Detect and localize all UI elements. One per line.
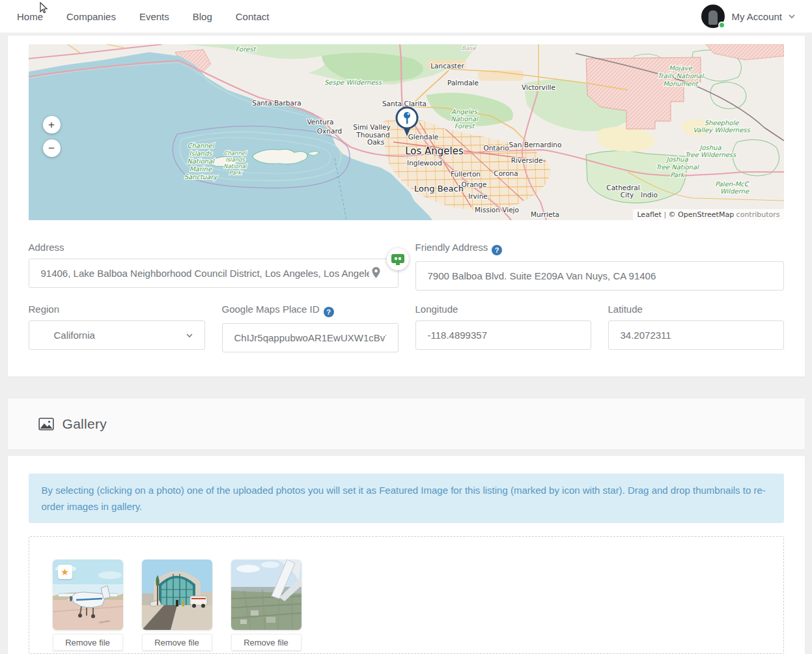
- gallery-thumbnail-airplane[interactable]: ★ Remove file: [53, 560, 123, 631]
- featured-star-badge: ★: [58, 565, 72, 579]
- longitude-label: Longitude: [415, 304, 591, 315]
- svg-text:Joshua: Joshua: [665, 156, 688, 163]
- svg-text:Glendale: Glendale: [408, 133, 438, 141]
- svg-text:Palen-McC: Palen-McC: [715, 180, 750, 188]
- svg-text:Islands: Islands: [189, 150, 212, 157]
- latitude-field-group: Latitude: [608, 304, 784, 352]
- svg-text:National: National: [223, 163, 247, 169]
- gallery-thumbnail-aerial[interactable]: Remove file: [231, 560, 301, 631]
- gallery-card: By selecting (clicking on a photo) one o…: [8, 456, 805, 654]
- gallery-title: Gallery: [63, 416, 107, 432]
- svg-text:Monument: Monument: [663, 80, 699, 87]
- gallery-dropzone[interactable]: ★ Remove file: [29, 536, 784, 654]
- svg-text:Murrieta: Murrieta: [530, 210, 559, 218]
- longitude-input[interactable]: [415, 320, 591, 350]
- nav-blog[interactable]: Blog: [193, 11, 212, 22]
- gallery-section-header: Gallery: [8, 399, 805, 449]
- svg-text:Islands: Islands: [225, 156, 245, 163]
- svg-text:Joshua: Joshua: [698, 144, 721, 151]
- svg-text:Lancaster: Lancaster: [430, 62, 464, 70]
- latitude-input[interactable]: [608, 320, 784, 350]
- svg-text:Fullerton: Fullerton: [451, 170, 481, 178]
- friendly-address-field-group: Friendly Address?: [415, 242, 784, 291]
- svg-text:Riverside: Riverside: [511, 156, 542, 164]
- svg-text:Tree Wilderness: Tree Wilderness: [684, 151, 736, 158]
- svg-text:Base: Base: [462, 45, 477, 51]
- svg-text:Mission Viejo: Mission Viejo: [475, 206, 519, 214]
- gallery-thumbnail-terminal[interactable]: Remove file: [142, 560, 212, 631]
- remove-file-button[interactable]: Remove file: [53, 634, 123, 651]
- svg-text:Valley Wilderness: Valley Wilderness: [693, 126, 750, 134]
- friendly-address-help-icon[interactable]: ?: [492, 245, 502, 255]
- my-account-menu[interactable]: My Account: [701, 5, 795, 28]
- svg-text:San Bernardino: San Bernardino: [509, 141, 561, 149]
- top-navbar: Home Companies Events Blog Contact My Ac…: [0, 0, 812, 33]
- region-label: Region: [29, 304, 205, 315]
- svg-text:National: National: [187, 158, 215, 165]
- online-status-dot: [718, 21, 725, 29]
- region-field-group: Region California: [29, 304, 205, 352]
- svg-text:Sanctuary: Sanctuary: [184, 173, 217, 181]
- map-attribution: Leaflet | © OpenStreetMap contributors: [633, 209, 783, 220]
- svg-text:Park: Park: [229, 169, 241, 176]
- leaflet-map[interactable]: LancasterPalmdaleVictorvilleSanta Barbar…: [29, 44, 784, 220]
- nav-contact[interactable]: Contact: [236, 11, 270, 22]
- nav-companies[interactable]: Companies: [66, 11, 116, 22]
- svg-text:Irvine: Irvine: [468, 192, 488, 200]
- svg-text:Tree National: Tree National: [656, 164, 699, 171]
- svg-text:City: City: [620, 191, 634, 199]
- latitude-label: Latitude: [608, 304, 784, 315]
- svg-text:Channel: Channel: [187, 142, 214, 149]
- svg-text:Sespe Wilderness: Sespe Wilderness: [324, 79, 382, 87]
- gallery-info-message: By selecting (clicking on a photo) one o…: [29, 474, 784, 523]
- svg-text:Palmdale: Palmdale: [447, 79, 479, 87]
- location-pin-icon[interactable]: [372, 267, 380, 279]
- svg-text:Forest: Forest: [454, 122, 475, 130]
- svg-text:Wilderne: Wilderne: [720, 188, 749, 195]
- region-selected-value: California: [54, 330, 95, 341]
- mouse-cursor-icon: [38, 2, 48, 15]
- svg-text:Simi Valley: Simi Valley: [353, 123, 390, 131]
- nav-events[interactable]: Events: [139, 11, 169, 22]
- svg-text:Channel: Channel: [223, 150, 247, 156]
- svg-text:Corona: Corona: [494, 169, 518, 177]
- svg-text:Ontario: Ontario: [483, 144, 509, 152]
- place-id-label: Google Maps Place ID: [222, 304, 320, 315]
- remove-file-button[interactable]: Remove file: [142, 634, 212, 651]
- svg-text:Ventura: Ventura: [307, 118, 333, 126]
- svg-text:Oxnard: Oxnard: [316, 127, 341, 135]
- svg-text:Oaks: Oaks: [367, 138, 384, 146]
- svg-text:Los Angeles: Los Angeles: [405, 145, 464, 157]
- svg-text:Park: Park: [670, 171, 686, 178]
- svg-text:Marine: Marine: [189, 165, 212, 173]
- svg-text:Indio: Indio: [641, 191, 658, 199]
- svg-text:National: National: [451, 115, 479, 122]
- gallery-image-icon: [38, 418, 54, 431]
- svg-text:Long Beach: Long Beach: [414, 184, 464, 193]
- svg-text:Inglewood: Inglewood: [407, 159, 442, 167]
- svg-text:Forest: Forest: [235, 46, 257, 53]
- svg-text:Orange: Orange: [461, 180, 486, 188]
- place-id-field-group: Google Maps Place ID?: [222, 304, 399, 352]
- friendly-address-label: Friendly Address: [415, 242, 488, 253]
- map-zoom-in-button[interactable]: +: [43, 116, 61, 134]
- place-id-help-icon[interactable]: ?: [324, 307, 334, 317]
- friendly-address-input[interactable]: [415, 261, 784, 291]
- remove-file-button[interactable]: Remove file: [231, 634, 301, 651]
- main-nav: Home Companies Events Blog Contact: [17, 11, 269, 22]
- address-field-group: Address: [29, 242, 399, 291]
- map-zoom-out-button[interactable]: −: [43, 139, 61, 157]
- svg-text:Trails National: Trails National: [657, 72, 704, 79]
- svg-text:Mojave: Mojave: [669, 64, 693, 72]
- robot-extension-badge[interactable]: [387, 248, 409, 270]
- svg-text:Santa Barbara: Santa Barbara: [252, 99, 301, 107]
- address-input[interactable]: [29, 259, 399, 288]
- osm-link[interactable]: © OpenStreetMap: [669, 210, 735, 219]
- location-card: LancasterPalmdaleVictorvilleSanta Barbar…: [8, 36, 805, 377]
- leaflet-link[interactable]: Leaflet: [637, 210, 661, 219]
- chevron-down-icon: [186, 332, 193, 339]
- region-select[interactable]: California: [29, 320, 205, 350]
- place-id-input[interactable]: [222, 323, 399, 352]
- svg-text:Victorville: Victorville: [522, 83, 555, 91]
- my-account-label: My Account: [731, 11, 782, 22]
